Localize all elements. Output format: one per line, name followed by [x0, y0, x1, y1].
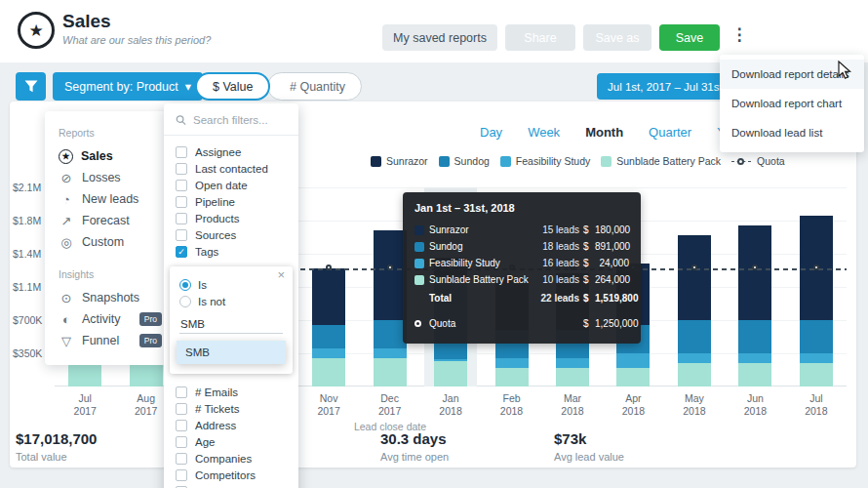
tooltip-swatch	[414, 242, 424, 252]
value-toggle[interactable]: $ Value	[195, 72, 270, 101]
bar-column-jul-2018[interactable]	[786, 187, 847, 386]
filter-checkbox-sources[interactable]: Sources	[176, 226, 287, 243]
bar-segment-feasibility-study	[495, 358, 529, 368]
filter-search-row[interactable]	[164, 103, 298, 136]
chart-tooltip: Jan 1st – 31st, 2018 Sunrazor15 leads$18…	[403, 192, 641, 344]
x-tick-label: Mar2018	[542, 392, 603, 418]
quota-dot-icon	[414, 320, 421, 327]
quota-point	[691, 264, 697, 270]
my-saved-reports-button[interactable]: My saved reports	[382, 24, 497, 51]
chevron-down-icon: ▾	[185, 79, 191, 94]
filter-checkbox-competitors[interactable]: Competitors	[176, 467, 287, 483]
legend-swatch	[601, 156, 612, 167]
tooltip-row: Sunblade Battery Pack10 leads$264,000	[414, 271, 629, 288]
tooltip-row: Sunrazor15 leads$180,000	[414, 222, 629, 238]
filter-checkbox-tags[interactable]: ✓Tags	[176, 243, 287, 260]
x-tick-label: Jul2018	[786, 392, 847, 418]
legend-item-feasibility-study[interactable]: Feasibility Study	[500, 155, 590, 167]
kebab-menu-icon[interactable]: ⋮	[730, 24, 748, 45]
bar-segment-sunrazor	[678, 235, 711, 320]
star-circle-icon: ★	[59, 149, 73, 164]
segment-by-dropdown[interactable]: Segment by: Product ▾	[53, 72, 203, 101]
legend-item-sunblade-battery-pack[interactable]: Sunblade Battery Pack	[601, 155, 721, 167]
filter-checkbox-companies[interactable]: Companies	[176, 450, 287, 467]
bar-segment-sunblade-battery-pack	[616, 368, 650, 386]
legend-item-sundog[interactable]: Sundog	[439, 155, 490, 167]
x-tick-label: Jul2017	[55, 392, 115, 418]
tab-week[interactable]: Week	[528, 125, 560, 140]
sidebar-item-losses[interactable]: ⊘Losses	[45, 167, 174, 188]
quota-point	[326, 264, 332, 270]
bar-segment-feasibility-study	[678, 353, 711, 363]
sidebar-item-forecast[interactable]: ↗Forecast	[45, 210, 174, 231]
bar-segment-sundog	[312, 325, 345, 348]
filter-checkbox-products[interactable]: Products	[176, 210, 287, 226]
checkbox-icon	[176, 163, 187, 175]
legend-item-sunrazor[interactable]: Sunrazor	[371, 155, 428, 167]
pro-badge: Pro	[139, 312, 162, 326]
search-input[interactable]	[193, 114, 287, 126]
bar-segment-feasibility-study	[800, 353, 833, 363]
tooltip-swatch	[414, 259, 424, 268]
filter-checkbox-last-contacted[interactable]: Last contacted	[176, 160, 287, 177]
clock-icon: ◔	[59, 192, 74, 207]
stats-row: $17,018,700Total value30.3 daysAvg time …	[10, 430, 856, 466]
filter-checkbox-pipeline[interactable]: Pipeline	[176, 193, 287, 210]
sidebar-item-activity[interactable]: ◐ActivityPro	[45, 308, 174, 330]
radio-is-not[interactable]: Is not	[179, 293, 283, 309]
filter-checkbox-confidence[interactable]: Confidence	[176, 483, 287, 488]
gauge-icon: ◐	[59, 312, 74, 327]
tag-value-input[interactable]	[179, 316, 283, 334]
sidebar-item-snapshots[interactable]: ⊙Snapshots	[45, 287, 174, 308]
filter-list-top: AssigneeLast contactedOpen datePipelineP…	[164, 136, 298, 264]
filter-checkbox-assignee[interactable]: Assignee	[176, 143, 287, 160]
filter-checkbox-tickets[interactable]: # Tickets	[176, 400, 287, 417]
checkbox-icon	[176, 403, 187, 415]
sidebar-item-custom[interactable]: ◎Custom	[45, 231, 174, 253]
legend-item-quota[interactable]: Quota	[731, 155, 785, 167]
sidebar-item-sales[interactable]: ★Sales	[45, 145, 174, 167]
save-button[interactable]: Save	[659, 24, 720, 51]
bar-column-nov-2017[interactable]	[298, 187, 359, 386]
close-icon[interactable]: ×	[277, 267, 285, 282]
bar-segment-sunblade-battery-pack	[312, 358, 345, 386]
bar-segment-feasibility-study	[374, 348, 407, 358]
app: ★ Sales What are our sales this period? …	[0, 0, 868, 488]
y-tick-label: $2.1M	[13, 182, 41, 193]
filter-button[interactable]	[16, 72, 46, 101]
bar-column-may-2018[interactable]	[664, 187, 725, 386]
page-subtitle: What are our sales this period?	[62, 34, 211, 46]
sidebar-item-funnel[interactable]: ▽FunnelPro	[45, 330, 174, 351]
radio-icon	[179, 296, 191, 307]
menu-item-download-lead-list[interactable]: Download lead list	[720, 118, 864, 147]
filter-checkbox-age[interactable]: Age	[176, 433, 287, 450]
bar-segment-sunrazor	[738, 225, 771, 320]
save-as-button[interactable]: Save as	[583, 24, 651, 51]
bar-segment-sunrazor	[312, 268, 345, 325]
sidebar-item-new-leads[interactable]: ◔New leads	[45, 188, 174, 210]
stat-avg-time-open: 30.3 daysAvg time open	[380, 430, 449, 463]
bar-segment-sunblade-battery-pack	[800, 363, 833, 386]
filters-panel: AssigneeLast contactedOpen datePipelineP…	[164, 103, 298, 488]
tag-condition-card: × IsIs not SMB	[170, 266, 293, 374]
menu-item-download-report-chart[interactable]: Download report chart	[720, 89, 864, 118]
suggestion-item[interactable]: SMB	[177, 341, 286, 364]
tab-quarter[interactable]: Quarter	[649, 125, 691, 140]
filter-checkbox-address[interactable]: Address	[176, 417, 287, 433]
stat-total-value: $17,018,700Total value	[16, 430, 97, 463]
share-button[interactable]: Share	[505, 24, 575, 51]
bar-segment-sunblade-battery-pack	[738, 363, 771, 386]
section-title: Insights	[45, 264, 174, 287]
tab-month[interactable]: Month	[585, 125, 623, 140]
checkbox-icon	[176, 180, 187, 191]
filter-checkbox-emails[interactable]: # Emails	[176, 384, 287, 400]
radio-is[interactable]: Is	[179, 276, 283, 293]
filter-checkbox-open-date[interactable]: Open date	[176, 177, 287, 193]
quantity-toggle[interactable]: # Quantity	[267, 72, 362, 101]
x-tick-label: Apr2018	[603, 392, 663, 418]
star-icon: ★	[28, 20, 43, 41]
tag-radio-group: IsIs not	[179, 276, 283, 309]
bar-column-jun-2018[interactable]	[725, 187, 785, 386]
tab-day[interactable]: Day	[480, 125, 502, 140]
app-logo-icon: ★	[18, 12, 55, 49]
